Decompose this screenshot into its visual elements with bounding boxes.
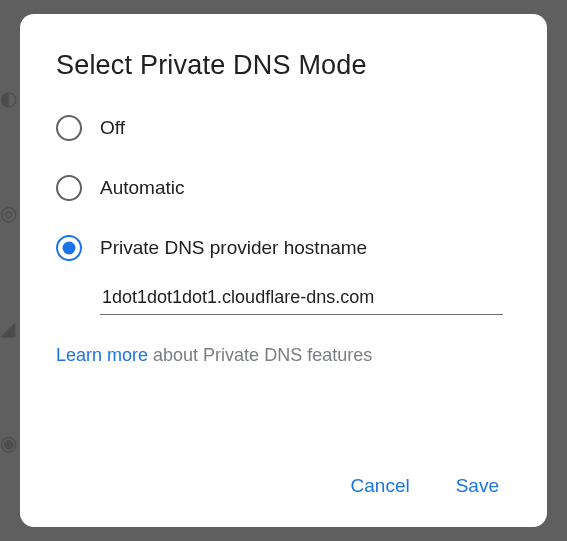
radio-icon-selected [56, 235, 82, 261]
radio-option-off[interactable]: Off [56, 115, 511, 141]
save-button[interactable]: Save [452, 469, 503, 503]
hostname-input[interactable] [100, 281, 503, 315]
dialog-title: Select Private DNS Mode [56, 50, 511, 81]
radio-option-provider-hostname[interactable]: Private DNS provider hostname [56, 235, 511, 261]
radio-label: Private DNS provider hostname [100, 237, 367, 259]
radio-icon [56, 115, 82, 141]
dns-mode-radio-group: Off Automatic Private DNS provider hostn… [56, 115, 511, 261]
learn-more-text: Learn more about Private DNS features [56, 345, 511, 366]
dialog-actions: Cancel Save [56, 449, 511, 503]
private-dns-dialog: Select Private DNS Mode Off Automatic Pr… [20, 14, 547, 527]
radio-icon [56, 175, 82, 201]
radio-option-automatic[interactable]: Automatic [56, 175, 511, 201]
cancel-button[interactable]: Cancel [347, 469, 414, 503]
radio-label: Automatic [100, 177, 184, 199]
learn-more-suffix: about Private DNS features [148, 345, 372, 365]
learn-more-link[interactable]: Learn more [56, 345, 148, 365]
hostname-input-container [100, 281, 503, 315]
radio-label: Off [100, 117, 125, 139]
